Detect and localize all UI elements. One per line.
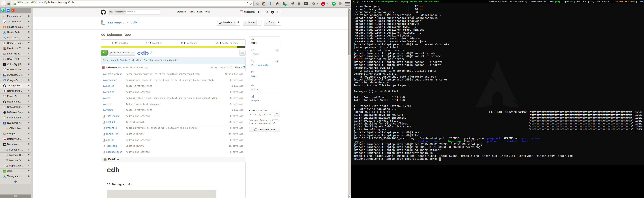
svg-text:ABP: ABP xyxy=(322,3,325,5)
